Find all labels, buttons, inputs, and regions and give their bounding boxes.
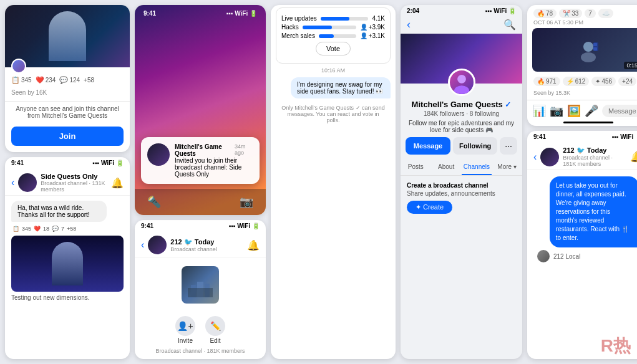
date-label: OCT 06 AT 5:30 PM [527,18,637,28]
small-phone-header: ‹ 212 🐦 Today Broadcast channel 🔔 [135,231,266,257]
status-bar: 9:41 ▪▪▪ WiFi 🔋 [5,157,130,168]
seen-count: Seen by 16K [5,88,130,100]
profile-followers: 184K followers · 8 following [401,110,522,117]
back-arrow-chat[interactable]: ‹ [533,151,537,163]
channel-info-small: 212 🐦 Today Broadcast channel [170,238,243,252]
reaction-stats: 🔥971 ⚡612 ✦456 +24 [527,75,637,89]
poll-bar-3 [319,34,334,38]
edit-icon: ✏️ [205,316,225,336]
more-button[interactable]: ··· [500,137,517,155]
create-desc: Share updates, announcements [407,190,516,197]
status-bar-large: 9:41 ▪▪▪ WiFi 🔋 [135,5,266,19]
poll-card: Live updates 4.1K Hacks 👤 +3.9K Merch sa… [276,7,391,64]
person-silhouette [49,11,86,61]
video-thumbnail[interactable]: 0:15 [532,28,637,72]
svg-point-7 [581,52,596,62]
join-button[interactable]: Join [11,127,124,146]
svg-rect-9 [593,43,597,46]
profile-actions: Message Following ··· [401,137,522,160]
svg-rect-10 [593,47,597,50]
profile-screen: 2:04 ▪▪▪ WiFi 🔋 ‹ 🔍 Mitchell's Game Ques… [401,5,522,359]
react-star: ✦456 [591,77,616,86]
create-button[interactable]: ✦ Create [407,201,452,214]
column-4: 2:04 ▪▪▪ WiFi 🔋 ‹ 🔍 Mitchell's Game Ques… [401,5,522,359]
notif-avatar [147,143,170,166]
column-2: 9:41 ▪▪▪ WiFi 🔋 Mitchell's Game Quests 3… [135,5,266,359]
sender-row: 212 Local [532,250,637,262]
chat-header: ‹ 212 🐦 Today Broadcast channel · 181K m… [527,141,637,170]
poll-option-3: Merch sales 👤 +3.1K [281,32,385,39]
react-lightning: ⚡612 [563,77,590,86]
reaction-fire: 🔥78 [533,9,557,18]
poll-option-1: Live updates 4.1K [281,15,385,22]
top-bar: 🔥78 ✂️33 7 ☁️ [527,5,637,18]
message-button[interactable]: Message [406,137,450,155]
column-3: Live updates 4.1K Hacks 👤 +3.9K Merch sa… [271,5,396,359]
tab-channels[interactable]: Channels [462,160,492,175]
stat-post: 📋 345 [11,76,32,84]
flashlight-icon[interactable]: 🔦 [147,195,161,209]
channel-desc: Anyone can see and join this channel fro… [5,103,130,124]
profile-tabs: Posts About Channels More ▾ [401,160,522,176]
bell-icon-small[interactable]: 🔔 [247,239,260,251]
chat-channel-avatar [540,148,559,166]
chat-message: I'm designing new swag for my side quest… [291,77,391,98]
svg-point-6 [583,42,593,52]
city-svg [188,272,213,297]
svg-rect-3 [188,288,213,297]
camera-icon2[interactable]: 📷 [550,104,563,118]
message-bubble: Ha, that was a wild ride. Thanks all for… [11,201,107,222]
message-input-bar: 📊 📷 🖼️ 🎤 😊 👍 [527,100,637,122]
mic-icon[interactable]: 🎤 [585,104,598,118]
back-arrow-icon[interactable]: ‹ [141,239,144,251]
status-bar-small: 9:41 ▪▪▪ WiFi 🔋 [135,220,266,231]
profile-nav: ‹ 🔍 [401,16,522,34]
following-button[interactable]: Following [453,137,497,155]
large-phone: 9:41 ▪▪▪ WiFi 🔋 Mitchell's Game Quests 3… [135,5,266,215]
message-input[interactable] [602,105,637,117]
react-fire2: 🔥971 [533,77,560,86]
invite-button[interactable]: 👤+ Invite [175,316,195,344]
avatar [11,59,26,74]
notification-popup[interactable]: Mitchell's Game Quests 34m ago Invited y… [141,137,260,184]
vote-button[interactable]: Vote [316,42,351,55]
profile-bio: Follow me for epic adventures and my lov… [401,118,522,137]
edit-button[interactable]: ✏️ Edit [205,316,225,344]
chat-screen: Live updates 4.1K Hacks 👤 +3.9K Merch sa… [271,5,396,359]
small-phone-content [135,257,266,312]
inner-image [11,236,124,292]
back-icon[interactable]: ‹ [407,18,411,31]
poll-option-2: Hacks 👤 +3.9K [281,24,385,31]
gallery-icon[interactable]: 🖼️ [567,104,581,118]
hero-image [5,5,130,67]
bell-icon-chat[interactable]: 🔔 [630,151,637,163]
reactions-bottom: 🔥971 ⚡612 ✦456 +24 [533,77,636,86]
channel-sub-label: Broadcast channel · 181K members [135,345,266,359]
send-notice: Only Mitchell's Game Quests ✓ can send m… [271,101,396,127]
search-icon[interactable]: 🔍 [503,19,516,31]
column-5: 🔥78 ✂️33 7 ☁️ OCT 06 AT 5:30 PM [527,5,637,359]
reaction-7: 7 [585,9,596,18]
create-broadcast-section: Create a broadcast channel Share updates… [401,176,522,220]
tab-more[interactable]: More ▾ [492,160,522,175]
invite-icon: 👤+ [175,316,195,336]
bell-icon[interactable]: 🔔 [111,177,124,189]
person-image [52,242,83,285]
back-arrow-icon[interactable]: ‹ [11,177,14,188]
messenger-top: 🔥78 ✂️33 7 ☁️ OCT 06 AT 5:30 PM [527,5,637,126]
phone-screen-1: 9:41 ▪▪▪ WiFi 🔋 ‹ Side Quests Only Broad… [5,157,130,359]
video-svg [576,37,601,62]
channel-avatar-small [148,236,167,254]
stat-heart: ❤️ 234 [36,76,56,84]
camera-icon[interactable]: 📷 [240,195,253,209]
tab-about[interactable]: About [431,160,462,175]
graph-icon[interactable]: 📊 [532,104,546,118]
tab-posts[interactable]: Posts [401,160,431,175]
status-icons-large: ▪▪▪ WiFi 🔋 [226,10,257,17]
seen-label: Seen by 15.3K [527,89,637,100]
profile-name: Mitchell's Game Quests ✓ [401,100,522,109]
stat-comment: 💬 124 [59,76,80,84]
poll-bar-1 [321,17,349,21]
profile-avatar [448,69,475,96]
chat-channel-info: 212 🐦 Today Broadcast channel · 181K mem… [563,146,626,167]
